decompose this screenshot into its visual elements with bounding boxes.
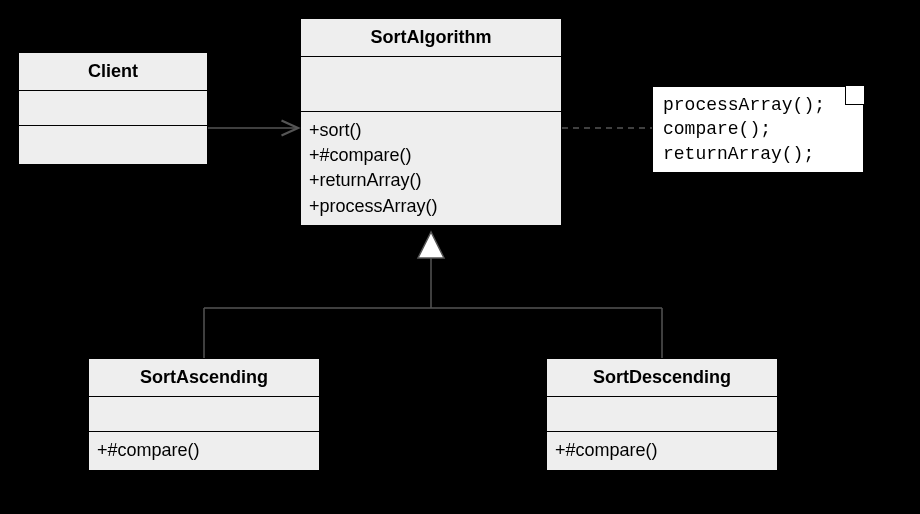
class-client-title: Client [19, 53, 207, 91]
class-sort-algorithm: SortAlgorithm +sort() +#compare() +retur… [300, 18, 562, 226]
class-sort-descending-title: SortDescending [547, 359, 777, 397]
class-sort-algorithm-ops: +sort() +#compare() +returnArray() +proc… [301, 112, 561, 225]
note-line: returnArray(); [663, 142, 853, 166]
op: +returnArray() [309, 168, 553, 193]
class-sort-ascending: SortAscending +#compare() [88, 358, 320, 471]
class-client-attrs [19, 91, 207, 126]
class-sort-ascending-attrs [89, 397, 319, 432]
class-client-ops [19, 126, 207, 164]
op: +#compare() [309, 143, 553, 168]
class-sort-descending: SortDescending +#compare() [546, 358, 778, 471]
op: +sort() [309, 118, 553, 143]
note-line: processArray(); [663, 93, 853, 117]
op: +processArray() [309, 194, 553, 219]
class-sort-algorithm-attrs [301, 57, 561, 112]
op: +#compare() [555, 438, 769, 463]
generalization-arrowhead [418, 232, 444, 258]
class-sort-descending-ops: +#compare() [547, 432, 777, 470]
class-sort-ascending-title: SortAscending [89, 359, 319, 397]
note-fold-icon [845, 86, 864, 105]
class-sort-ascending-ops: +#compare() [89, 432, 319, 470]
class-client: Client [18, 52, 208, 165]
class-sort-descending-attrs [547, 397, 777, 432]
note-line: compare(); [663, 117, 853, 141]
uml-note: processArray(); compare(); returnArray()… [652, 86, 864, 173]
op: +#compare() [97, 438, 311, 463]
class-sort-algorithm-title: SortAlgorithm [301, 19, 561, 57]
